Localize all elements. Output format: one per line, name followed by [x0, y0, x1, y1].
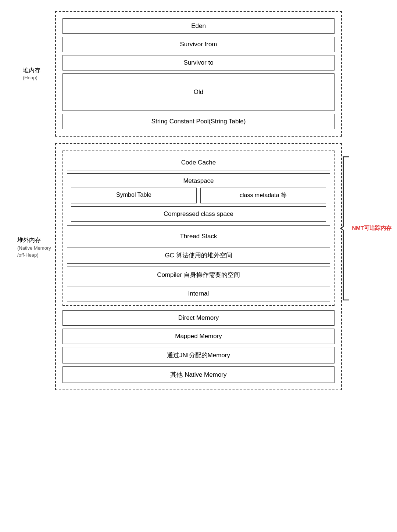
heap-label: 堆内存 (Heap): [23, 66, 40, 82]
other-native-box: 其他 Native Memory: [62, 366, 335, 383]
thread-stack-box: Thread Stack: [67, 229, 330, 244]
class-metadata-box: class metadata 等: [200, 188, 326, 203]
heap-label-sub: (Heap): [23, 75, 40, 81]
mapped-memory-box: Mapped Memory: [62, 329, 335, 344]
compiler-space-box: Compiler 自身操作需要的空间: [67, 267, 330, 283]
native-label-sub: (Native Memory: [17, 244, 51, 251]
native-label-sub2: /off-Heap): [17, 251, 51, 259]
metaspace-title: Metaspace: [71, 177, 326, 185]
eden-box: Eden: [62, 18, 335, 34]
symbol-table-box: Symbol Table: [71, 188, 197, 203]
old-box: Old: [62, 73, 335, 111]
native-section: 堆外内存 (Native Memory /off-Heap) Code Cach…: [55, 143, 342, 390]
nmt-bracket-area: NMT可追踪内存: [340, 151, 392, 306]
survivor-to-box: Survivor to: [62, 55, 335, 70]
diagram-container: 堆内存 (Heap) Eden Survivor from Survivor t…: [22, 11, 375, 390]
native-label: 堆外内存 (Native Memory /off-Heap): [17, 235, 51, 258]
heap-outer-box: 堆内存 (Heap) Eden Survivor from Survivor t…: [55, 11, 342, 137]
nmt-bracket: NMT可追踪内存: [340, 155, 392, 302]
survivor-from-box: Survivor from: [62, 37, 335, 52]
jni-memory-box: 通过JNI分配的Memory: [62, 347, 335, 363]
native-label-main: 堆外内存: [17, 235, 51, 244]
non-trackable-region: Direct Memory Mapped Memory 通过JNI分配的Memo…: [62, 310, 335, 383]
bracket-icon: [340, 155, 351, 302]
heap-section: 堆内存 (Heap) Eden Survivor from Survivor t…: [55, 11, 342, 137]
compressed-class-space-box: Compressed class space: [71, 206, 326, 222]
diagram-wrapper: 堆内存 (Heap) Eden Survivor from Survivor t…: [55, 11, 342, 390]
nmt-trackable-region: Code Cache Metaspace Symbol Table class …: [62, 151, 335, 306]
native-outer-box: 堆外内存 (Native Memory /off-Heap) Code Cach…: [55, 143, 342, 390]
code-cache-box: Code Cache: [67, 155, 330, 170]
internal-box: Internal: [67, 286, 330, 301]
metaspace-outer-box: Metaspace Symbol Table class metadata 等 …: [67, 173, 330, 226]
gc-space-box: GC 算法使用的堆外空间: [67, 247, 330, 264]
nmt-trackable-box: Code Cache Metaspace Symbol Table class …: [62, 151, 335, 306]
heap-label-main: 堆内存: [23, 66, 40, 75]
string-constant-pool-box: String Constant Pool(String Table): [62, 114, 335, 129]
direct-memory-box: Direct Memory: [62, 310, 335, 326]
nmt-label: NMT可追踪内存: [352, 225, 392, 232]
metaspace-inner-row: Symbol Table class metadata 等: [71, 188, 326, 203]
